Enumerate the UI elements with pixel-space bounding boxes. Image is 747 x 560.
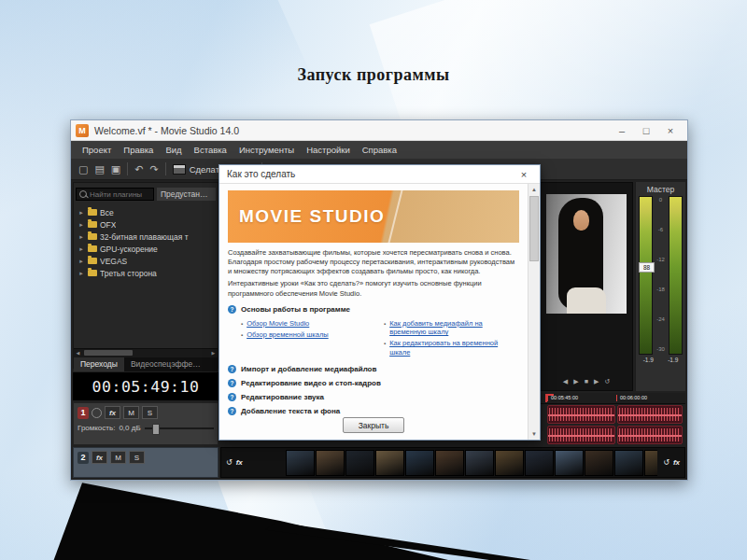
expander-icon[interactable]: ▸	[78, 209, 85, 217]
tree-item[interactable]: ▸ VEGAS	[74, 255, 218, 267]
video-thumbnail[interactable]	[525, 450, 554, 476]
audio-event[interactable]	[617, 426, 683, 444]
track2-fx-button[interactable]: fx	[92, 451, 107, 464]
expander-icon[interactable]: ▸	[78, 258, 85, 265]
volume-slider[interactable]	[145, 427, 214, 429]
save-project-icon[interactable]: ▣	[111, 164, 120, 175]
transport-controls: ◀ ▶ ■ ▶ ↺	[541, 378, 632, 385]
dialog-close-icon[interactable]: ×	[515, 169, 532, 180]
new-project-icon[interactable]: ▢	[78, 164, 88, 175]
video-thumbnail[interactable]	[316, 450, 345, 476]
video-thumbnail[interactable]	[614, 450, 643, 476]
tree-item[interactable]: ▸ Третья сторона	[74, 267, 218, 279]
maximize-button[interactable]: □	[634, 121, 658, 140]
open-project-icon[interactable]: ▤	[94, 164, 104, 175]
video-thumbnail[interactable]	[585, 450, 613, 476]
link-add-media[interactable]: Как добавить медиафайл на временную шкал…	[389, 319, 519, 338]
expander-icon[interactable]: ▸	[78, 245, 85, 253]
loop-icon[interactable]: ↺	[604, 378, 610, 385]
loop-icon[interactable]: ↺	[663, 458, 669, 467]
audio-event[interactable]	[547, 405, 615, 424]
track2-solo-button[interactable]: S	[129, 451, 145, 464]
banner-title: MOVIE STUDIO	[228, 206, 385, 227]
scroll-down-icon[interactable]: ▼	[529, 428, 540, 440]
track2-mute-button[interactable]: M	[110, 451, 126, 464]
menu-tools[interactable]: Инструменты	[233, 143, 300, 157]
topic-row[interactable]: ? Добавление текста и фона	[228, 407, 519, 415]
meter-scale: 0 -6 -12 -18 -24 -30	[653, 196, 669, 353]
track1-mute-button[interactable]: M	[123, 406, 139, 419]
peak-left-value: -1.9	[643, 357, 654, 363]
expander-icon[interactable]: ▸	[78, 221, 85, 229]
search-icon	[79, 190, 87, 198]
video-thumbnail[interactable]	[495, 450, 524, 476]
topic-row[interactable]: ? Редактирование звука	[228, 393, 519, 401]
minimize-button[interactable]: –	[610, 121, 634, 140]
track1-fx-button[interactable]: fx	[105, 406, 120, 419]
prev-frame-icon[interactable]: ◀	[563, 378, 568, 385]
menu-bar: Проект Правка Вид Вставка Инструменты На…	[71, 141, 687, 159]
bullet-icon: ▪	[241, 330, 243, 340]
tab-video-fx[interactable]: Видеоспецэффекты	[124, 357, 210, 371]
event-tools-right: ↺ fx	[663, 458, 680, 467]
horizontal-scrollbar[interactable]: ◀ ▶	[74, 348, 218, 357]
link-timeline-overview[interactable]: Обзор временной шкалы	[247, 330, 329, 340]
video-thumbnail[interactable]	[405, 450, 434, 476]
event-fx-button[interactable]: fx	[236, 458, 243, 467]
topic-row[interactable]: ? Импорт и добавление медиафайлов	[228, 365, 519, 373]
tree-item[interactable]: ▸ OFX	[74, 218, 218, 231]
tree-item[interactable]: ▸ 32-битная плавающая т	[74, 231, 218, 243]
scrollbar-thumb[interactable]	[529, 196, 539, 261]
dialog-scrollbar[interactable]: ▲ ▼	[528, 184, 540, 440]
link-edit-timeline[interactable]: Как редактировать на временной шкале	[389, 339, 519, 357]
stop-icon[interactable]: ■	[585, 378, 588, 385]
play-icon[interactable]: ▶	[573, 378, 578, 385]
dialog-close-button[interactable]: Закрыть	[343, 417, 404, 433]
tab-transitions[interactable]: Переходы	[74, 357, 124, 371]
tree-item[interactable]: ▸ Все	[74, 206, 218, 218]
meter-right	[669, 196, 683, 355]
video-thumbnail[interactable]	[375, 450, 404, 476]
menu-project[interactable]: Проект	[77, 143, 117, 157]
close-button[interactable]: ×	[658, 121, 683, 140]
tree-item[interactable]: ▸ GPU-ускорение	[74, 243, 218, 255]
scrollbar-thumb[interactable]	[84, 350, 133, 356]
menu-edit[interactable]: Правка	[118, 143, 159, 157]
menu-view[interactable]: Вид	[160, 143, 187, 157]
timecode-display[interactable]: 00:05:49:10	[73, 372, 218, 400]
redo-icon[interactable]: ↷	[149, 164, 158, 175]
search-input[interactable]	[90, 190, 150, 199]
expander-icon[interactable]: ▸	[78, 233, 85, 241]
video-thumbnail[interactable]	[435, 450, 464, 476]
video-track-row: ↺ fx ↺ fx	[220, 447, 685, 478]
preset-column-header[interactable]: Предустановка	[157, 188, 216, 201]
meter-left	[639, 196, 653, 355]
audio-event[interactable]	[547, 426, 615, 444]
loop-icon[interactable]: ↺	[226, 458, 233, 467]
record-arm-icon[interactable]	[92, 408, 102, 418]
menu-insert[interactable]: Вставка	[189, 143, 233, 157]
next-frame-icon[interactable]: ▶	[594, 378, 599, 385]
event-fx-button[interactable]: fx	[673, 458, 680, 467]
person-shirt-shape	[567, 287, 606, 314]
video-thumbnail[interactable]	[555, 450, 584, 476]
menu-options[interactable]: Настройки	[301, 143, 356, 157]
plugin-search-field[interactable]	[76, 188, 154, 201]
video-thumbnail[interactable]	[644, 450, 657, 476]
video-thumbnail[interactable]	[465, 450, 494, 476]
menu-help[interactable]: Справка	[357, 143, 402, 157]
scroll-right-icon[interactable]: ▶	[209, 349, 218, 357]
undo-icon[interactable]: ↶	[134, 164, 143, 175]
track1-solo-button[interactable]: S	[142, 406, 158, 419]
scroll-up-icon[interactable]: ▲	[529, 184, 540, 195]
window-titlebar: M Welcome.vf * - Movie Studio 14.0 – □ ×	[71, 120, 687, 141]
video-thumbnail[interactable]	[286, 450, 315, 476]
expander-icon[interactable]: ▸	[78, 270, 85, 277]
topic-row[interactable]: ? Редактирование видео и стоп-кадров	[228, 379, 519, 387]
scroll-left-icon[interactable]: ◀	[74, 349, 82, 357]
link-overview[interactable]: Обзор Movie Studio	[247, 319, 309, 329]
video-thumbnail[interactable]	[345, 450, 374, 476]
audio-event[interactable]	[617, 405, 683, 424]
volume-value: 0,0 дБ	[119, 424, 140, 432]
volume-slider-handle[interactable]	[152, 424, 160, 435]
